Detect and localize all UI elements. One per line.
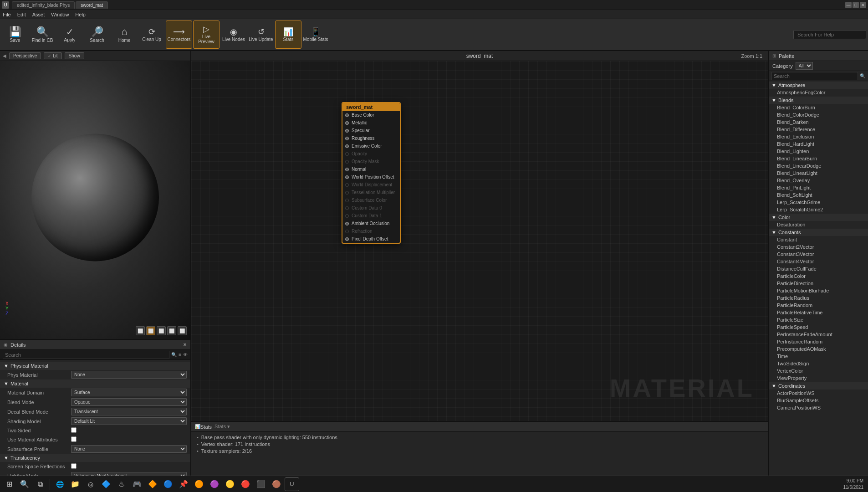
palette-item-blend-colordodge[interactable]: Blend_ColorDodge	[769, 111, 868, 118]
taskbar-app6[interactable]: 🎮	[130, 477, 144, 491]
lighting-mode-select[interactable]: Volumetric NonDirectional	[71, 472, 187, 476]
taskbar-app9[interactable]: 📌	[176, 477, 191, 491]
vp-ctrl-5[interactable]: ⬜	[178, 326, 187, 335]
section-translucency[interactable]: ▼ Translucency	[0, 454, 190, 462]
toolbar-live-update[interactable]: ↺ Live Update	[248, 20, 274, 49]
palette-item-blur-sample[interactable]: BlurSampleOffsets	[769, 397, 868, 404]
toolbar-live-preview[interactable]: ▷ Live Preview	[193, 20, 220, 49]
palette-item-actor-pos[interactable]: ActorPositionWS	[769, 390, 868, 397]
palette-item-blend-colorburn[interactable]: Blend_ColorBurn	[769, 104, 868, 111]
toolbar-home[interactable]: ⌂ Home	[111, 20, 138, 49]
palette-item-constant3v[interactable]: Constant3Vector	[769, 251, 868, 258]
taskbar-app10[interactable]: 🟠	[192, 477, 206, 491]
toolbar-cleanup[interactable]: ⟳ Clean Up	[138, 20, 165, 49]
palette-item-blend-linearburn[interactable]: Blend_LinearBurn	[769, 155, 868, 162]
palette-item-blend-exclusion[interactable]: Blend_Exclusion	[769, 133, 868, 140]
palette-section-constants[interactable]: ▼ Constants	[769, 229, 868, 236]
blend-mode-select[interactable]: Opaque	[71, 398, 187, 406]
palette-item-constant2v[interactable]: Constant2Vector	[769, 243, 868, 251]
palette-item-blend-lineardodge[interactable]: Blend_LinearDodge	[769, 162, 868, 169]
palette-item-blend-difference[interactable]: Blend_Difference	[769, 126, 868, 133]
minimize-button[interactable]: —	[845, 2, 852, 8]
palette-item-time[interactable]: Time	[769, 353, 868, 360]
palette-section-coordinates[interactable]: ▼ Coordinates	[769, 382, 868, 390]
use-material-attrs-checkbox[interactable]	[71, 436, 77, 442]
tab-physics[interactable]: edited_infinity_blade.Phys	[12, 1, 75, 9]
maximize-button[interactable]: □	[853, 2, 859, 8]
palette-item-precomp-ao[interactable]: PrecomputedAOMask	[769, 345, 868, 353]
vp-ctrl-1[interactable]: ⬜	[136, 326, 145, 335]
menu-file[interactable]: File	[3, 12, 11, 17]
start-button[interactable]: ⊞	[2, 477, 16, 491]
palette-item-particle-dir[interactable]: ParticleDirection	[769, 280, 868, 287]
taskbar-chrome[interactable]: ◎	[83, 477, 98, 491]
taskbar-explorer[interactable]: 📁	[68, 477, 82, 491]
section-physical-material[interactable]: ▼ Physical Material	[0, 362, 190, 370]
toolbar-live-nodes[interactable]: ◉ Live Nodes	[220, 20, 247, 49]
palette-item-view-property[interactable]: ViewProperty	[769, 374, 868, 382]
perspective-button[interactable]: Perspective	[9, 52, 41, 59]
palette-item-perinst-random[interactable]: PerInstanceRandom	[769, 338, 868, 345]
palette-item-blend-overlay[interactable]: Blend_Overlay	[769, 177, 868, 184]
toolbar-find-cb[interactable]: 🔍 Find in CB	[29, 20, 56, 49]
tab-sword-mat[interactable]: sword_mat	[76, 1, 108, 9]
palette-item-atm-fog[interactable]: AtmosphericFogColor	[769, 89, 868, 96]
material-domain-select[interactable]: Surface	[71, 389, 187, 396]
decal-blend-select[interactable]: Translucent	[71, 408, 187, 415]
vp-ctrl-4[interactable]: ⬜	[167, 326, 176, 335]
list-view-icon[interactable]: ≡	[179, 352, 181, 357]
palette-item-particle-color[interactable]: ParticleColor	[769, 272, 868, 280]
palette-item-camera-pos[interactable]: CameraPositionWS	[769, 404, 868, 411]
palette-item-particle-reltime[interactable]: ParticleRelativeTime	[769, 309, 868, 316]
taskbar-task-view[interactable]: ⧉	[33, 477, 47, 491]
palette-section-blends[interactable]: ▼ Blends	[769, 97, 868, 104]
canvas-area[interactable]: sword_mat Base Color Metallic Specular R…	[191, 61, 768, 421]
palette-item-blend-hardlight[interactable]: Blend_HardLight	[769, 140, 868, 148]
palette-item-particle-motion[interactable]: ParticleMotionBlurFade	[769, 287, 868, 294]
menu-asset[interactable]: Asset	[32, 12, 45, 17]
palette-section-atmosphere[interactable]: ▼ Atmosphere	[769, 82, 868, 89]
search-help-input[interactable]	[793, 30, 866, 39]
toolbar-search[interactable]: 🔎 Search	[84, 20, 110, 49]
menu-edit[interactable]: Edit	[17, 12, 26, 17]
toolbar-stats[interactable]: 📊 Stats	[275, 20, 301, 49]
close-button[interactable]: ✕	[860, 2, 866, 8]
phys-material-select[interactable]: None	[71, 371, 187, 379]
palette-item-particle-random[interactable]: ParticleRandom	[769, 302, 868, 309]
details-close[interactable]: ✕	[183, 342, 187, 347]
stats-tab-label[interactable]: Stats ▾	[214, 424, 230, 430]
palette-item-lerp-scratch[interactable]: Lerp_ScratchGrime	[769, 199, 868, 206]
subsurface-profile-select[interactable]: None	[71, 445, 187, 453]
toolbar-mobile-stats[interactable]: 📱 Mobile Stats	[302, 20, 329, 49]
taskbar-app7[interactable]: 🔶	[145, 477, 160, 491]
palette-item-vertex-color[interactable]: VertexColor	[769, 367, 868, 374]
palette-item-particle-radius[interactable]: ParticleRadius	[769, 294, 868, 302]
details-search-input[interactable]	[3, 351, 169, 359]
palette-section-color[interactable]: ▼ Color	[769, 214, 868, 221]
toolbar-connectors[interactable]: ⟶ Connectors	[166, 20, 192, 49]
palette-item-lerp-scratch2[interactable]: Lerp_ScratchGrime2	[769, 206, 868, 213]
palette-item-blend-lighten[interactable]: Blend_Lighten	[769, 148, 868, 155]
vp-arrow[interactable]: ◀	[3, 53, 6, 58]
show-button[interactable]: Show	[65, 52, 84, 59]
palette-item-blend-softlight[interactable]: Blend_SoftLight	[769, 191, 868, 199]
taskbar-app8[interactable]: 🔵	[161, 477, 175, 491]
taskbar-steam[interactable]: ♨	[114, 477, 129, 491]
shading-model-select[interactable]: Default Lit	[71, 417, 187, 425]
palette-item-blend-darken[interactable]: Blend_Darken	[769, 118, 868, 126]
taskbar-app4[interactable]: 🔷	[99, 477, 113, 491]
section-material[interactable]: ▼ Material	[0, 379, 190, 388]
taskbar-app12[interactable]: 🟡	[223, 477, 237, 491]
palette-item-blend-pinlight[interactable]: Blend_PinLight	[769, 184, 868, 191]
taskbar-app14[interactable]: ⬛	[254, 477, 268, 491]
screen-space-refl-checkbox[interactable]	[71, 463, 77, 469]
taskbar-search[interactable]: 🔍	[17, 477, 32, 491]
palette-item-blend-linearlight[interactable]: Blend_LinearLight	[769, 169, 868, 177]
menu-window[interactable]: Window	[51, 12, 69, 17]
vp-ctrl-2[interactable]: ⬜	[146, 326, 155, 335]
palette-item-two-sided-sign[interactable]: TwoSidedSign	[769, 360, 868, 367]
palette-search-input[interactable]	[771, 72, 858, 80]
palette-item-desaturation[interactable]: Desaturation	[769, 221, 868, 228]
palette-item-constant4v[interactable]: Constant4Vector	[769, 258, 868, 265]
palette-item-dist-cull[interactable]: DistanceCullFade	[769, 265, 868, 272]
